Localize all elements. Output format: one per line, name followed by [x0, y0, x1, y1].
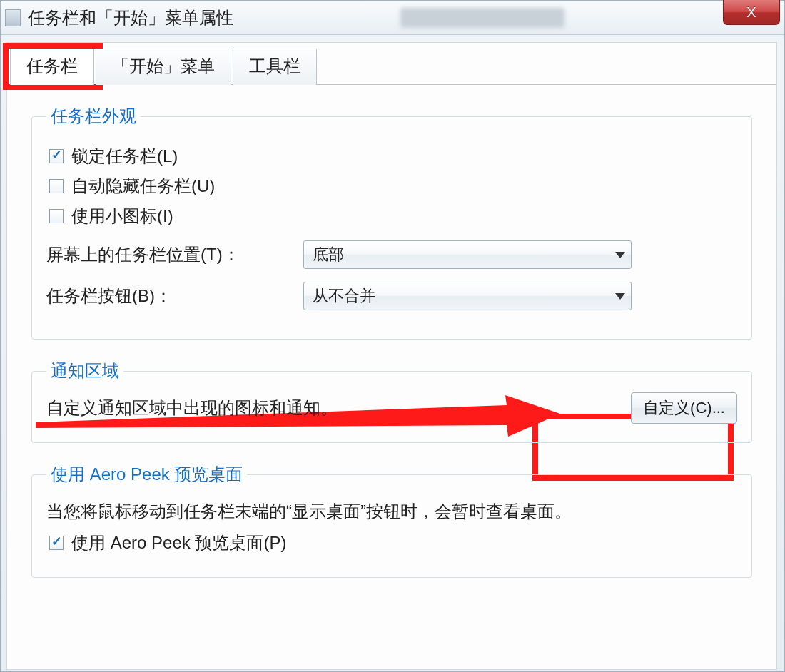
label-lock-taskbar: 锁定任务栏(L): [71, 145, 178, 168]
combo-position-value: 底部: [313, 244, 344, 265]
tab-taskbar[interactable]: 任务栏: [10, 49, 94, 85]
group-appearance: 任务栏外观 锁定任务栏(L) 自动隐藏任务栏(U) 使用小图标(I) 屏幕上的任…: [31, 105, 752, 340]
checkbox-small-icons[interactable]: [49, 209, 64, 223]
combo-buttons[interactable]: 从不合并: [303, 282, 632, 310]
tab-label: 「开始」菜单: [112, 56, 215, 76]
combo-buttons-value: 从不合并: [313, 285, 375, 307]
combo-position[interactable]: 底部: [303, 240, 632, 269]
label-autohide: 自动隐藏任务栏(U): [71, 175, 215, 198]
titlebar: 任务栏和「开始」菜单属性 X: [1, 1, 784, 35]
chevron-down-icon: [615, 252, 625, 258]
group-appearance-legend: 任务栏外观: [46, 105, 141, 128]
tab-start-menu[interactable]: 「开始」菜单: [96, 49, 231, 85]
window-icon: [5, 9, 21, 26]
label-aero-peek: 使用 Aero Peek 预览桌面(P): [71, 531, 286, 554]
aero-desc: 当您将鼠标移动到任务栏末端的“显示桌面”按钮时，会暂时查看桌面。: [46, 499, 737, 524]
group-aero-legend: 使用 Aero Peek 预览桌面: [46, 463, 247, 486]
row-position: 屏幕上的任务栏位置(T)： 底部: [46, 240, 737, 269]
label-small-icons: 使用小图标(I): [71, 205, 173, 228]
row-small-icons: 使用小图标(I): [46, 205, 737, 228]
notification-desc: 自定义通知区域中出现的图标和通知。: [46, 395, 338, 421]
group-notification: 通知区域 自定义通知区域中出现的图标和通知。 自定义(C)...: [31, 360, 752, 443]
row-autohide: 自动隐藏任务栏(U): [46, 175, 737, 198]
close-button[interactable]: X: [723, 0, 780, 25]
group-aero-peek: 使用 Aero Peek 预览桌面 当您将鼠标移动到任务栏末端的“显示桌面”按钮…: [31, 463, 752, 578]
customize-button[interactable]: 自定义(C)...: [631, 392, 737, 424]
checkbox-aero-peek[interactable]: [49, 536, 64, 550]
client-area: 任务栏 「开始」菜单 工具栏 任务栏外观 锁定任务栏(L) 自动隐藏任务栏(U)…: [6, 42, 777, 670]
titlebar-blurred-region: [400, 8, 564, 28]
chevron-down-icon: [615, 293, 625, 300]
tab-toolbars[interactable]: 工具栏: [233, 49, 317, 85]
checkbox-lock-taskbar[interactable]: [49, 149, 64, 163]
tab-page-taskbar: 任务栏外观 锁定任务栏(L) 自动隐藏任务栏(U) 使用小图标(I) 屏幕上的任…: [7, 85, 776, 578]
label-buttons: 任务栏按钮(B)：: [46, 285, 303, 307]
label-position: 屏幕上的任务栏位置(T)：: [46, 243, 303, 266]
tab-label: 工具栏: [249, 56, 300, 76]
close-icon: X: [746, 4, 756, 21]
row-buttons: 任务栏按钮(B)： 从不合并: [46, 282, 737, 310]
group-notification-legend: 通知区域: [46, 360, 123, 382]
customize-button-label: 自定义(C)...: [643, 399, 725, 417]
properties-dialog: 任务栏和「开始」菜单属性 X 任务栏 「开始」菜单 工具栏 任务栏外观 锁定任务…: [0, 0, 785, 672]
tab-strip: 任务栏 「开始」菜单 工具栏: [7, 43, 776, 85]
row-lock-taskbar: 锁定任务栏(L): [46, 145, 737, 168]
row-aero-peek: 使用 Aero Peek 预览桌面(P): [46, 531, 737, 554]
checkbox-autohide[interactable]: [49, 179, 64, 193]
tab-label: 任务栏: [26, 56, 78, 76]
